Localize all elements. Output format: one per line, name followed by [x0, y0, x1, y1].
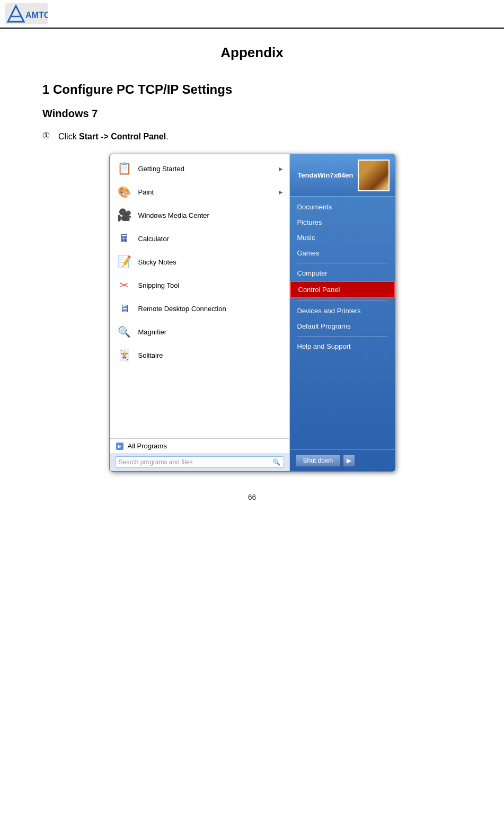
search-input[interactable]: Search programs and files: [119, 458, 270, 466]
screenshot-wrapper: 📋 Getting Started ▶ 🎨 Paint ▶ 🎥 Windows …: [42, 154, 462, 472]
snipping-tool-icon: ✂: [116, 277, 133, 294]
right-link-documents[interactable]: Documents: [290, 199, 395, 215]
getting-started-label: Getting Started: [138, 165, 273, 173]
right-link-games[interactable]: Games: [290, 245, 395, 261]
menu-items-list: 📋 Getting Started ▶ 🎨 Paint ▶ 🎥 Windows …: [110, 154, 289, 438]
solitaire-icon: 🃏: [116, 347, 133, 364]
search-row: Search programs and files 🔍: [110, 453, 289, 471]
all-programs-arrow-icon: ▶: [116, 443, 123, 450]
menu-item-calculator[interactable]: 🖩 Calculator: [110, 227, 289, 250]
svg-text:AMTC: AMTC: [25, 11, 48, 20]
menu-item-solitaire[interactable]: 🃏 Solitaire: [110, 343, 289, 367]
logo: AMTC: [5, 3, 48, 24]
getting-started-icon: 📋: [116, 160, 133, 177]
windows-start-menu: 📋 Getting Started ▶ 🎨 Paint ▶ 🎥 Windows …: [109, 154, 395, 472]
page-header: AMTC: [0, 0, 504, 29]
shutdown-button[interactable]: Shut down: [295, 454, 341, 467]
menu-item-getting-started[interactable]: 📋 Getting Started ▶: [110, 157, 289, 180]
all-programs-row[interactable]: ▶ All Programs: [110, 439, 289, 453]
paint-label: Paint: [138, 188, 273, 196]
right-link-default-programs[interactable]: Default Programs: [290, 319, 395, 334]
subsection-title: Windows 7: [42, 108, 462, 120]
instruction-text: Click Start -> Control Panel.: [58, 130, 169, 143]
right-link-music[interactable]: Music: [290, 230, 395, 245]
bullet: ①: [42, 130, 53, 140]
instruction-row: ① Click Start -> Control Panel.: [42, 130, 462, 143]
right-divider-2: [297, 301, 387, 301]
right-link-pictures[interactable]: Pictures: [290, 215, 395, 230]
sticky-notes-label: Sticky Notes: [138, 258, 283, 266]
paint-arrow: ▶: [279, 189, 283, 195]
right-link-control-panel[interactable]: Control Panel: [290, 281, 395, 298]
page-number: 66: [42, 493, 462, 501]
menu-item-paint[interactable]: 🎨 Paint ▶: [110, 180, 289, 204]
getting-started-arrow: ▶: [279, 166, 283, 172]
rdc-icon: 🖥: [116, 300, 133, 317]
menu-item-snipping-tool[interactable]: ✂ Snipping Tool: [110, 273, 289, 297]
shutdown-arrow-button[interactable]: ▶: [343, 454, 355, 467]
magnifier-icon: 🔍: [116, 323, 133, 340]
instruction-suffix: .: [166, 132, 168, 141]
menu-item-rdc[interactable]: 🖥 Remote Desktop Connection: [110, 297, 289, 320]
wmc-label: Windows Media Center: [138, 211, 283, 219]
right-divider-1: [297, 263, 387, 263]
right-link-help-support[interactable]: Help and Support: [290, 339, 395, 354]
page-title: Appendix: [42, 45, 462, 61]
rdc-label: Remote Desktop Connection: [138, 305, 283, 313]
solitaire-label: Solitaire: [138, 351, 283, 359]
calculator-label: Calculator: [138, 235, 283, 243]
menu-item-magnifier[interactable]: 🔍 Magnifier: [110, 320, 289, 343]
left-bottom-panel: ▶ All Programs Search programs and files…: [110, 438, 289, 471]
search-box[interactable]: Search programs and files 🔍: [115, 456, 284, 468]
main-content: Appendix 1 Configure PC TCP/IP Settings …: [0, 29, 504, 517]
right-link-computer[interactable]: Computer: [290, 266, 395, 281]
magnifier-label: Magnifier: [138, 328, 283, 336]
snipping-tool-label: Snipping Tool: [138, 281, 283, 289]
right-links-list: Documents Pictures Music Games Computer …: [290, 197, 395, 449]
calculator-icon: 🖩: [116, 230, 133, 247]
user-area: TendaWin7x64en: [290, 154, 395, 197]
menu-item-wmc[interactable]: 🎥 Windows Media Center: [110, 204, 289, 227]
right-link-devices-printers[interactable]: Devices and Printers: [290, 303, 395, 319]
sticky-notes-icon: 📝: [116, 253, 133, 270]
instruction-bold: Start -> Control Panel: [79, 132, 166, 141]
menu-item-sticky-notes[interactable]: 📝 Sticky Notes: [110, 250, 289, 273]
start-menu-left-panel: 📋 Getting Started ▶ 🎨 Paint ▶ 🎥 Windows …: [110, 154, 290, 471]
section-title: 1 Configure PC TCP/IP Settings: [42, 82, 462, 97]
paint-icon: 🎨: [116, 183, 133, 200]
start-menu-right-panel: TendaWin7x64en Documents Pictures Music …: [290, 154, 395, 471]
wmc-icon: 🎥: [116, 207, 133, 224]
search-icon[interactable]: 🔍: [272, 458, 280, 466]
username-text: TendaWin7x64en: [297, 171, 353, 179]
right-divider-3: [297, 336, 387, 337]
shutdown-area: Shut down ▶: [290, 449, 395, 471]
all-programs-label: All Programs: [128, 442, 167, 450]
user-avatar: [358, 160, 390, 191]
